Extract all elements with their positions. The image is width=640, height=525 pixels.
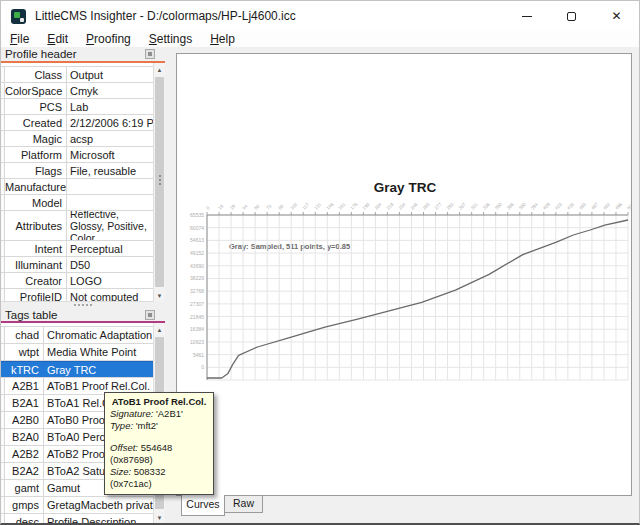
row-label: Platform — [5, 149, 66, 161]
row-label: Class — [5, 69, 66, 81]
row-value-cell: Microsoft — [66, 147, 153, 162]
table-row[interactable]: IlluminantD50 — [1, 257, 153, 273]
svg-text:190: 190 — [362, 201, 371, 210]
svg-text:65535: 65535 — [190, 212, 204, 218]
menu-settings[interactable]: Settings — [140, 32, 201, 46]
row-value-cell: Cmyk — [66, 83, 153, 98]
row-value: GretagMacbeth private — [47, 499, 153, 511]
tags-table-title-text: Tags table — [5, 309, 57, 321]
table-row[interactable]: CreatorLOGO — [1, 273, 153, 289]
row-label: B2A0 — [5, 431, 43, 443]
scroll-up-icon[interactable]: ▲ — [154, 323, 165, 336]
table-row[interactable]: ProfileIDNot computed — [1, 289, 153, 302]
svg-text:307: 307 — [458, 201, 467, 210]
tooltip-signature: Signature: 'A2B1' — [110, 408, 208, 420]
profile-table-scrollbar[interactable]: ▲ ▼ — [153, 63, 165, 302]
row-value-cell: Lab — [66, 99, 153, 114]
svg-text:234: 234 — [398, 201, 407, 210]
row-value-cell: File, reusable — [66, 163, 153, 178]
row-label: Created — [5, 117, 66, 129]
svg-text:423: 423 — [554, 201, 563, 210]
tags-table-panel-title: Tags table — [1, 308, 165, 322]
row-value: Lab — [70, 101, 88, 113]
row-value: Profile Description — [47, 516, 136, 524]
svg-text:380: 380 — [518, 201, 527, 210]
menu-file[interactable]: File — [1, 32, 38, 46]
scroll-up-icon[interactable]: ▲ — [154, 63, 165, 76]
svg-text:350: 350 — [494, 201, 503, 210]
row-label: wtpt — [5, 346, 43, 358]
row-value: 2/12/2006 6:19 PM — [70, 117, 153, 129]
row-value-cell: acsp — [66, 131, 153, 146]
row-value: Reflective, Glossy, Positive, Color — [70, 211, 153, 240]
row-label: B2A1 — [5, 397, 43, 409]
row-label: PCS — [5, 101, 66, 113]
table-row[interactable]: PCSLab — [1, 99, 153, 115]
svg-text:161: 161 — [337, 201, 346, 210]
row-value: Media White Point — [47, 346, 136, 358]
menu-edit[interactable]: Edit — [38, 32, 77, 46]
tooltip-offset: Offset: 554648 (0x87698) — [110, 442, 208, 466]
scroll-down-icon[interactable]: ▼ — [154, 511, 165, 524]
svg-text:5461: 5461 — [193, 352, 204, 358]
table-row[interactable]: PlatformMicrosoft — [1, 147, 153, 163]
app-window: LittleCMS Insighter - D:/colormaps/HP-Lj… — [0, 0, 640, 525]
minimize-icon — [522, 16, 532, 17]
row-label: ProfileID — [5, 291, 66, 303]
row-label: desc — [5, 516, 43, 524]
menu-proofing[interactable]: Proofing — [77, 32, 140, 46]
scroll-down-icon[interactable]: ▼ — [154, 289, 165, 302]
svg-text:29: 29 — [229, 203, 236, 210]
tab-raw[interactable]: Raw — [224, 496, 263, 513]
table-row[interactable]: Magicacsp — [1, 131, 153, 147]
window-controls: ✕ — [504, 1, 639, 31]
table-row[interactable]: FlagsFile, reusable — [1, 163, 153, 179]
scrollbar-grip — [159, 175, 161, 177]
panel-options-icon[interactable] — [145, 49, 155, 59]
tab-curves[interactable]: Curves — [181, 495, 225, 516]
row-value-cell: Media White Point — [43, 344, 153, 360]
row-value: D50 — [70, 259, 90, 271]
row-value: File, reusable — [70, 165, 136, 177]
scrollbar-thumb[interactable] — [155, 77, 164, 287]
maximize-button[interactable] — [549, 1, 594, 31]
table-row[interactable]: Created2/12/2006 6:19 PM — [1, 115, 153, 131]
svg-text:467: 467 — [590, 201, 599, 210]
svg-text:38229: 38229 — [190, 275, 204, 281]
svg-text:27307: 27307 — [190, 301, 204, 307]
table-row[interactable]: ClassOutput — [1, 67, 153, 83]
row-label: A2B1 — [5, 380, 43, 392]
svg-text:131: 131 — [313, 201, 322, 210]
row-value: Chromatic Adaptation — [47, 329, 152, 341]
table-row[interactable]: kTRCGray TRC — [1, 361, 153, 378]
table-row[interactable]: ColorSpaceCmyk — [1, 83, 153, 99]
row-value: Perceptual — [70, 243, 123, 255]
table-row[interactable]: gmpsGretagMacbeth private — [1, 497, 153, 514]
svg-text:453: 453 — [578, 201, 587, 210]
row-label: Manufacturer — [5, 181, 66, 193]
svg-text:73: 73 — [265, 203, 272, 210]
row-label: B2A2 — [5, 465, 43, 477]
table-row[interactable]: descProfile Description — [1, 514, 153, 524]
row-label: Magic — [5, 133, 66, 145]
svg-text:336: 336 — [482, 201, 491, 210]
close-button[interactable]: ✕ — [594, 1, 639, 31]
table-row[interactable]: chadChromatic Adaptation — [1, 327, 153, 344]
table-row[interactable]: IntentPerceptual — [1, 241, 153, 257]
table-row[interactable]: Manufacturer — [1, 179, 153, 195]
table-row[interactable]: Model — [1, 195, 153, 211]
svg-text:511: 511 — [626, 202, 631, 211]
row-value-cell: D50 — [66, 257, 153, 272]
table-row[interactable]: AttributesReflective, Glossy, Positive, … — [1, 211, 153, 241]
menu-help[interactable]: Help — [201, 32, 244, 46]
row-label: A2B0 — [5, 414, 43, 426]
panel-options-icon[interactable] — [145, 310, 155, 320]
minimize-button[interactable] — [504, 1, 549, 31]
row-label: gmps — [5, 499, 43, 511]
row-label: Flags — [5, 165, 66, 177]
row-label: A2B2 — [5, 448, 43, 460]
row-value-cell: LOGO — [66, 273, 153, 288]
row-value: Output — [70, 69, 103, 81]
table-row[interactable]: wtptMedia White Point — [1, 344, 153, 361]
row-value: Gray TRC — [47, 364, 96, 376]
